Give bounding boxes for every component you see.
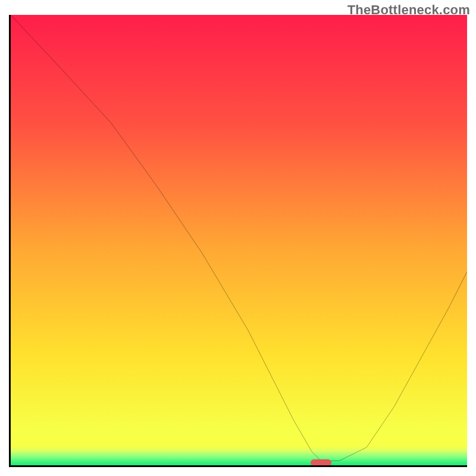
bottleneck-curve — [11, 15, 467, 461]
bottleneck-curve-layer — [11, 15, 467, 465]
watermark-text: TheBottleneck.com — [347, 2, 470, 18]
optimal-marker-pill — [311, 459, 331, 466]
chart-plot-area — [9, 15, 467, 467]
